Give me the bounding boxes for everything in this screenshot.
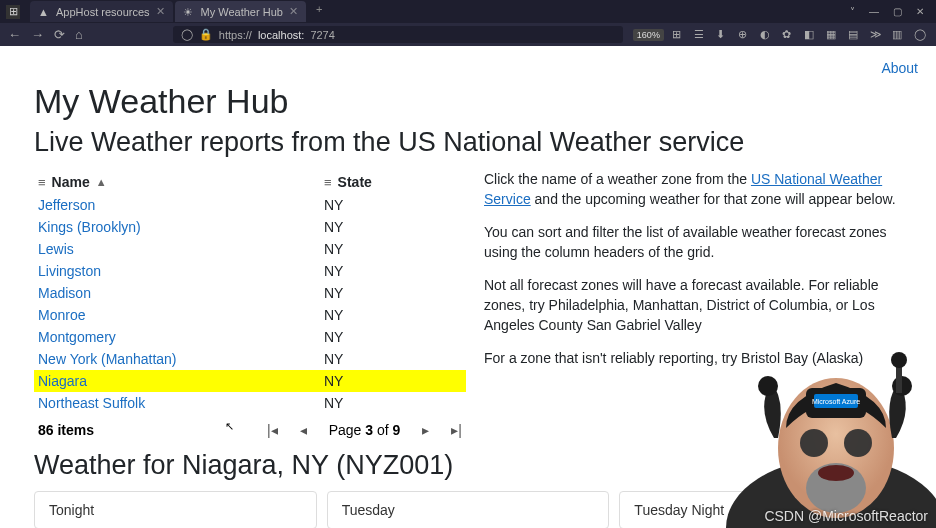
tab-favicon-icon: ☀ (183, 6, 195, 18)
close-icon[interactable]: ✕ (289, 5, 298, 18)
zone-state: NY (324, 351, 466, 367)
grid-header: ≡ Name ▲ ≡ State (34, 170, 466, 194)
zone-state: NY (324, 219, 466, 235)
url-port: 7274 (310, 29, 334, 41)
table-row: Kings (Brooklyn)NY (34, 216, 466, 238)
zone-link[interactable]: Lewis (38, 241, 74, 257)
pager-next-button[interactable]: ▸ (422, 422, 429, 438)
tab-apphost[interactable]: ▲ AppHost resources ✕ (30, 1, 173, 22)
hamburger-icon[interactable]: ≡ (38, 175, 46, 190)
zone-link[interactable]: Madison (38, 285, 91, 301)
column-header-name[interactable]: ≡ Name ▲ (34, 174, 324, 190)
browser-titlebar: ⊞ ▲ AppHost resources ✕ ☀ My Weather Hub… (0, 0, 936, 23)
forecast-card: Tonight (34, 491, 317, 528)
zone-link[interactable]: New York (Manhattan) (38, 351, 177, 367)
zones-grid: ≡ Name ▲ ≡ State JeffersonNYKings (Brook… (34, 170, 466, 446)
hamburger-icon[interactable]: ≡ (324, 175, 332, 190)
zone-link[interactable]: Kings (Brooklyn) (38, 219, 141, 235)
table-row: NiagaraNY (34, 370, 466, 392)
pager-count: 86 items (38, 422, 94, 438)
table-row: LivingstonNY (34, 260, 466, 282)
about-link[interactable]: About (881, 60, 918, 76)
extension-icon[interactable]: ⊞ (672, 28, 686, 42)
url-scheme: https:// (219, 29, 252, 41)
reader-icon[interactable]: ☰ (694, 28, 708, 42)
pager-prev-button[interactable]: ◂ (300, 422, 307, 438)
page-content: About My Weather Hub Live Weather report… (0, 46, 936, 528)
overflow-icon[interactable]: ≫ (870, 28, 884, 42)
info-p4: For a zone that isn't reliably reporting… (484, 349, 902, 369)
home-button[interactable]: ⌂ (75, 27, 83, 42)
zone-state: NY (324, 197, 466, 213)
page-title: My Weather Hub (34, 82, 902, 121)
extension-icon[interactable]: ✿ (782, 28, 796, 42)
column-label: State (338, 174, 372, 190)
zone-link[interactable]: Jefferson (38, 197, 95, 213)
tabs-bar: ▲ AppHost resources ✕ ☀ My Weather Hub ✕… (30, 1, 850, 22)
address-bar[interactable]: ◯ 🔒 https://localhost:7274 (173, 26, 623, 43)
zone-state: NY (324, 285, 466, 301)
zoom-indicator[interactable]: 160% (633, 29, 664, 41)
chevron-down-icon[interactable]: ˅ (850, 6, 855, 17)
table-row: LewisNY (34, 238, 466, 260)
account-icon[interactable]: ◯ (914, 28, 928, 42)
page-subtitle: Live Weather reports from the US Nationa… (34, 127, 902, 158)
zone-state: NY (324, 263, 466, 279)
grid-body: JeffersonNYKings (Brooklyn)NYLewisNYLivi… (34, 194, 466, 414)
zone-link[interactable]: Montgomery (38, 329, 116, 345)
back-button[interactable]: ← (8, 27, 21, 42)
browser-toolbar: ← → ⟳ ⌂ ◯ 🔒 https://localhost:7274 160% … (0, 23, 936, 46)
zone-link[interactable]: Northeast Suffolk (38, 395, 145, 411)
library-icon[interactable]: ▥ (892, 28, 906, 42)
zone-link[interactable]: Niagara (38, 373, 87, 389)
toolbar-right: 160% ⊞ ☰ ⬇ ⊕ ◐ ✿ ◧ ▦ ▤ ≫ ▥ ◯ ☰ (633, 28, 936, 42)
forecast-card: Tuesday (327, 491, 610, 528)
info-p3: Not all forecast zones will have a forec… (484, 276, 902, 335)
maximize-button[interactable]: ▢ (893, 6, 902, 17)
pager-first-button[interactable]: |◂ (267, 422, 278, 438)
tab-title: AppHost resources (56, 6, 150, 18)
extension-icon[interactable]: ◐ (760, 28, 774, 42)
zone-link[interactable]: Monroe (38, 307, 85, 323)
new-tab-button[interactable]: + (308, 1, 330, 22)
extension-icon[interactable]: ▦ (826, 28, 840, 42)
tab-weather[interactable]: ☀ My Weather Hub ✕ (175, 1, 306, 22)
url-host: localhost: (258, 29, 304, 41)
table-row: MontgomeryNY (34, 326, 466, 348)
minimize-button[interactable]: — (869, 6, 879, 17)
forward-button[interactable]: → (31, 27, 44, 42)
info-p1: Click the name of a weather zone from th… (484, 170, 902, 209)
table-row: MadisonNY (34, 282, 466, 304)
forecast-row: TonightTuesdayTuesday Night (34, 491, 902, 528)
zone-link[interactable]: Livingston (38, 263, 101, 279)
grid-pager: 86 items |◂ ◂ Page 3 of 9 ▸ ▸| (34, 414, 466, 446)
app-icon: ⊞ (6, 5, 20, 19)
info-panel: Click the name of a weather zone from th… (484, 170, 902, 446)
table-row: Northeast SuffolkNY (34, 392, 466, 414)
tab-title: My Weather Hub (201, 6, 283, 18)
close-icon[interactable]: ✕ (156, 5, 165, 18)
table-row: New York (Manhattan)NY (34, 348, 466, 370)
zone-state: NY (324, 329, 466, 345)
reload-button[interactable]: ⟳ (54, 27, 65, 42)
window-controls: ˅ — ▢ ✕ (850, 6, 930, 17)
extension-icon[interactable]: ◧ (804, 28, 818, 42)
bookmark-icon[interactable]: ⊕ (738, 28, 752, 42)
pager-info: Page 3 of 9 (329, 422, 401, 438)
close-window-button[interactable]: ✕ (916, 6, 924, 17)
extension-icon[interactable]: ▤ (848, 28, 862, 42)
table-row: MonroeNY (34, 304, 466, 326)
column-label: Name (52, 174, 90, 190)
tab-favicon-icon: ▲ (38, 6, 50, 18)
zone-state: NY (324, 395, 466, 411)
lock-icon: 🔒 (199, 28, 213, 41)
site-nav: About (0, 46, 936, 82)
table-row: JeffersonNY (34, 194, 466, 216)
column-header-state[interactable]: ≡ State (324, 174, 466, 190)
zone-state: NY (324, 241, 466, 257)
forecast-card: Tuesday Night (619, 491, 902, 528)
download-icon[interactable]: ⬇ (716, 28, 730, 42)
detail-heading: Weather for Niagara, NY (NYZ001) (34, 450, 902, 481)
sort-asc-icon: ▲ (96, 176, 107, 188)
pager-last-button[interactable]: ▸| (451, 422, 462, 438)
